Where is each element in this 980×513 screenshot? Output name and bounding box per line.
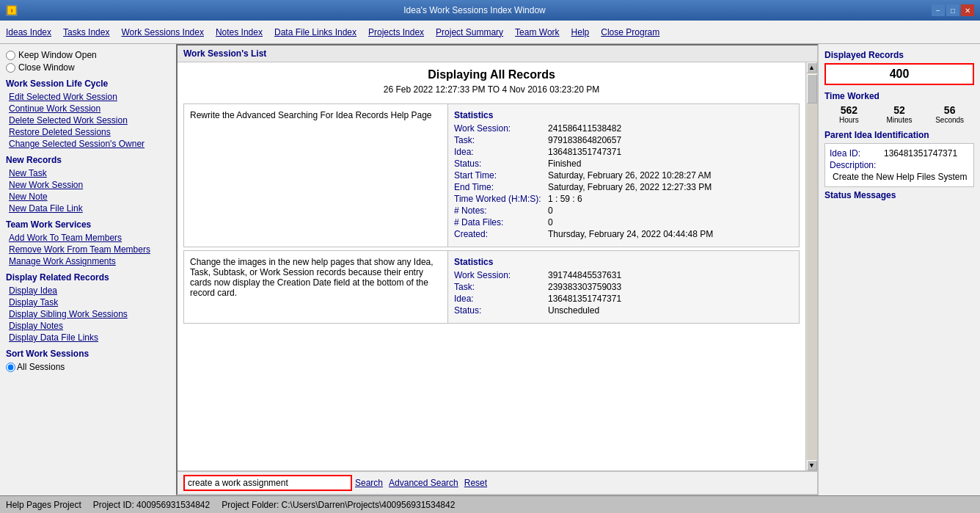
manage-assignments-link[interactable]: Manage Work Assignments bbox=[6, 256, 170, 266]
minutes-label: Minutes bbox=[875, 116, 924, 124]
display-idea-link[interactable]: Display Idea bbox=[6, 285, 170, 296]
menu-projects-index[interactable]: Projects Index bbox=[368, 27, 424, 37]
menu-work-sessions-index[interactable]: Work Sessions Index bbox=[121, 27, 204, 37]
display-data-file-links-link[interactable]: Display Data File Links bbox=[6, 332, 170, 343]
all-sessions-sort-option[interactable]: All Sessions bbox=[6, 362, 170, 372]
center-area: Work Session's List Displaying All Recor… bbox=[176, 44, 819, 495]
stat-label-status-1: Status: bbox=[454, 159, 542, 169]
stat-label-task-2: Task: bbox=[454, 282, 542, 292]
minutes-cell: 52 Minutes bbox=[875, 104, 924, 124]
stat-value-idea-1: 136481351747371 bbox=[548, 147, 621, 157]
stat-datafiles-1: # Data Files: 0 bbox=[454, 217, 793, 228]
window-title: Idea's Work Sessions Index Window bbox=[18, 5, 932, 15]
stats-title-1: Statistics bbox=[454, 110, 793, 120]
stat-task-2: Task: 239383303759033 bbox=[454, 282, 793, 292]
display-header: Displaying All Records 26 Feb 2022 12:27… bbox=[178, 62, 805, 101]
stat-label-ws-2: Work Session: bbox=[454, 270, 542, 280]
stat-value-start-1: Saturday, February 26, 2022 10:28:27 AM bbox=[548, 170, 712, 181]
minutes-value: 52 bbox=[875, 104, 924, 116]
seconds-cell: 56 Seconds bbox=[925, 104, 974, 124]
menu-help[interactable]: Help bbox=[571, 27, 590, 37]
session-description-2: Change the images in the new help pages … bbox=[184, 251, 448, 323]
menu-data-file-links-index[interactable]: Data File Links Index bbox=[274, 27, 356, 37]
scroll-down-button[interactable]: ▼ bbox=[807, 460, 817, 470]
keep-window-open-radio[interactable] bbox=[6, 51, 15, 60]
search-input[interactable] bbox=[183, 475, 352, 491]
new-records-section-title: New Records bbox=[6, 155, 170, 165]
lifecycle-section-title: Work Session Life Cycle bbox=[6, 79, 170, 89]
stat-value-status-2: Unscheduled bbox=[548, 305, 599, 316]
menu-project-summary[interactable]: Project Summary bbox=[436, 27, 503, 37]
new-data-file-link-link[interactable]: New Data File Link bbox=[6, 203, 170, 214]
delete-selected-link[interactable]: Delete Selected Work Session bbox=[6, 115, 170, 125]
reset-button[interactable]: Reset bbox=[464, 478, 487, 488]
stat-work-session-1: Work Session: 241586411538482 bbox=[454, 123, 793, 134]
close-window-option[interactable]: Close Window bbox=[6, 62, 170, 73]
restore-deleted-link[interactable]: Restore Deleted Sessions bbox=[6, 127, 170, 137]
stat-label-tw-1: Time Worked (H:M:S): bbox=[454, 194, 542, 204]
status-messages-title: Status Messages bbox=[824, 190, 974, 200]
stat-value-df-1: 0 bbox=[548, 217, 553, 228]
stat-value-ws-1: 241586411538482 bbox=[548, 123, 621, 134]
session-description-1: Rewrite the Advanced Searching For Idea … bbox=[184, 104, 448, 247]
menu-ideas-index[interactable]: Ideas Index bbox=[6, 27, 51, 37]
search-bar: Search Advanced Search Reset bbox=[178, 470, 817, 494]
idea-id-value: 136481351747371 bbox=[884, 148, 957, 159]
scroll-track bbox=[807, 73, 817, 460]
stat-created-1: Created: Thursday, February 24, 2022 04:… bbox=[454, 229, 793, 239]
search-button[interactable]: Search bbox=[355, 478, 383, 488]
parent-idea-box: Idea ID: 136481351747371 Description: Cr… bbox=[824, 143, 974, 187]
scroll-thumb[interactable] bbox=[807, 74, 817, 103]
minimize-button[interactable]: − bbox=[932, 4, 945, 16]
status-bar: Help Pages Project Project ID: 400956931… bbox=[0, 495, 980, 513]
all-sessions-radio[interactable] bbox=[6, 363, 15, 372]
scroll-up-button[interactable]: ▲ bbox=[807, 62, 817, 73]
session-stats-1: Statistics Work Session: 241586411538482… bbox=[448, 104, 799, 247]
display-notes-link[interactable]: Display Notes bbox=[6, 321, 170, 331]
menu-close-program[interactable]: Close Program bbox=[601, 27, 659, 37]
stat-status-2: Status: Unscheduled bbox=[454, 305, 793, 316]
vertical-scrollbar[interactable]: ▲ ▼ bbox=[805, 62, 817, 470]
team-work-section-title: Team Work Services bbox=[6, 219, 170, 230]
menu-notes-index[interactable]: Notes Index bbox=[216, 27, 263, 37]
search-input-row: Search Advanced Search Reset bbox=[183, 475, 811, 491]
stats-title-2: Statistics bbox=[454, 257, 793, 267]
stat-notes-1: # Notes: 0 bbox=[454, 205, 793, 216]
stat-end-1: End Time: Saturday, February 26, 2022 12… bbox=[454, 182, 793, 192]
advanced-search-button[interactable]: Advanced Search bbox=[389, 478, 458, 488]
close-window-radio[interactable] bbox=[6, 63, 15, 73]
display-related-section-title: Display Related Records bbox=[6, 272, 170, 283]
remove-work-link[interactable]: Remove Work From Team Members bbox=[6, 244, 170, 255]
seconds-value: 56 bbox=[925, 104, 974, 116]
display-task-link[interactable]: Display Task bbox=[6, 297, 170, 308]
session-stats-2: Statistics Work Session: 391744845537631… bbox=[448, 251, 799, 323]
new-work-session-link[interactable]: New Work Session bbox=[6, 180, 170, 190]
displayed-records-title: Displayed Records bbox=[824, 50, 974, 60]
add-work-link[interactable]: Add Work To Team Members bbox=[6, 233, 170, 243]
stat-value-ws-2: 391744845537631 bbox=[548, 270, 621, 280]
close-button[interactable]: ✕ bbox=[961, 4, 974, 16]
display-sibling-link[interactable]: Display Sibling Work Sessions bbox=[6, 309, 170, 319]
change-owner-link[interactable]: Change Selected Session's Owner bbox=[6, 139, 170, 149]
edit-selected-link[interactable]: Edit Selected Work Session bbox=[6, 92, 170, 102]
all-sessions-label: All Sessions bbox=[17, 362, 65, 372]
main-content: Keep Window Open Close Window Work Sessi… bbox=[0, 44, 980, 495]
continue-session-link[interactable]: Continue Work Session bbox=[6, 103, 170, 114]
idea-id-row: Idea ID: 136481351747371 bbox=[830, 148, 969, 159]
window-options: Keep Window Open Close Window bbox=[6, 50, 170, 73]
status-project: Help Pages Project bbox=[6, 500, 81, 510]
menu-tasks-index[interactable]: Tasks Index bbox=[63, 27, 109, 37]
menu-team-work[interactable]: Team Work bbox=[515, 27, 559, 37]
session-card-2[interactable]: Change the images in the new help pages … bbox=[183, 250, 800, 324]
new-task-link[interactable]: New Task bbox=[6, 168, 170, 178]
maximize-button[interactable]: □ bbox=[946, 4, 959, 16]
session-card-1[interactable]: Rewrite the Advanced Searching For Idea … bbox=[183, 103, 800, 247]
hours-cell: 562 Hours bbox=[824, 104, 874, 124]
sessions-scroll-area: Displaying All Records 26 Feb 2022 12:27… bbox=[178, 62, 817, 470]
list-header: Work Session's List bbox=[178, 46, 817, 62]
keep-window-open-option[interactable]: Keep Window Open bbox=[6, 50, 170, 60]
hours-value: 562 bbox=[824, 104, 874, 116]
stat-label-created-1: Created: bbox=[454, 229, 542, 239]
new-note-link[interactable]: New Note bbox=[6, 192, 170, 202]
stat-value-notes-1: 0 bbox=[548, 205, 553, 216]
